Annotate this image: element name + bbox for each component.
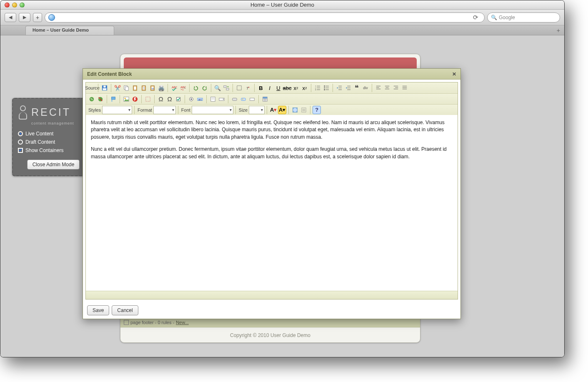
site-globe-icon — [48, 14, 55, 21]
form-icon[interactable] — [144, 95, 152, 103]
justifycenter-icon[interactable] — [383, 84, 391, 92]
page-copyright: Copyright © 2010 User Guide Demo — [120, 328, 420, 342]
dialog-footer: Save Cancel — [83, 302, 460, 319]
container-checkbox-icon[interactable] — [124, 320, 129, 325]
cut-icon[interactable]: ✂️ — [113, 84, 122, 92]
italic-icon[interactable]: I — [265, 84, 274, 92]
creatediv-icon[interactable]: div — [361, 84, 370, 92]
maximize-icon[interactable] — [291, 106, 299, 114]
svg-point-29 — [324, 87, 325, 89]
show-containers-option[interactable]: Show Containers — [15, 146, 91, 155]
svg-rect-19 — [237, 86, 242, 90]
svg-point-52 — [90, 97, 94, 101]
close-admin-mode-button[interactable]: Close Admin Mode — [27, 160, 80, 170]
table-icon[interactable] — [261, 95, 269, 103]
svg-rect-71 — [241, 98, 246, 100]
search-field[interactable]: 🔍 Google — [487, 12, 560, 22]
removeformat-icon[interactable]: T× — [244, 84, 252, 92]
textfield-icon[interactable]: ab| — [196, 95, 204, 103]
scayt-icon[interactable]: ABC — [179, 84, 187, 92]
browser-tabstrip: Home – User Guide Demo + — [0, 25, 564, 35]
save-button[interactable]: Save — [87, 305, 109, 315]
undo-icon[interactable] — [192, 84, 200, 92]
radio-off-icon — [18, 140, 23, 145]
paste-text-icon[interactable]: T — [140, 84, 148, 92]
spellcheck-icon[interactable]: ABC — [170, 84, 178, 92]
replace-icon[interactable] — [222, 84, 230, 92]
ck-toolbar-row-1: Source ✂️ T W 🖨️ ABC ABC — [86, 82, 458, 93]
brand-logo: RECIT — [15, 103, 91, 121]
textcolor-icon[interactable]: A▾ — [269, 106, 278, 114]
svg-rect-8 — [134, 87, 136, 90]
redo-icon[interactable] — [200, 84, 209, 92]
save-icon[interactable] — [100, 84, 109, 92]
subscript-icon[interactable]: x2 — [292, 84, 300, 92]
indent-icon[interactable] — [344, 84, 352, 92]
dialog-titlebar: Edit Content Block ✕ — [83, 69, 460, 80]
svg-text:ABC: ABC — [172, 86, 177, 89]
bulletedlist-icon[interactable] — [322, 84, 330, 92]
paste-word-icon[interactable]: W — [148, 84, 157, 92]
link-icon[interactable] — [88, 95, 96, 103]
editor-content[interactable]: Mauris rutrum nibh ut velit porttitor el… — [86, 115, 458, 291]
justifyleft-icon[interactable] — [374, 84, 383, 92]
underline-icon[interactable]: U — [274, 84, 283, 92]
format-select[interactable]: ▾ — [153, 106, 176, 114]
new-tab-button[interactable]: + — [557, 27, 560, 34]
font-select[interactable]: ▾ — [192, 106, 233, 114]
bold-icon[interactable]: B — [257, 84, 265, 92]
paste-icon[interactable] — [131, 84, 139, 92]
size-label: Size — [238, 107, 248, 112]
checkbox-icon[interactable] — [174, 95, 183, 103]
find-icon[interactable]: 🔍 — [213, 84, 222, 92]
forward-button[interactable]: ▶ — [19, 13, 30, 22]
imagebutton-icon[interactable] — [239, 95, 248, 103]
superscript-icon[interactable]: x2 — [300, 84, 309, 92]
svg-rect-4 — [103, 86, 105, 87]
styles-label: Styles — [88, 107, 102, 112]
print-icon[interactable]: 🖨️ — [157, 84, 165, 92]
svg-rect-18 — [226, 88, 229, 90]
svg-text:×: × — [248, 86, 250, 89]
back-button[interactable]: ◀ — [5, 13, 16, 22]
draft-content-option[interactable]: Draft Content — [15, 138, 91, 146]
svg-rect-61 — [177, 97, 180, 101]
browser-toolbar: ◀ ▶ + ⟳ 🔍 Google — [0, 10, 564, 25]
strike-icon[interactable]: abc — [283, 84, 291, 92]
live-content-option[interactable]: Live Content — [15, 130, 91, 138]
select-icon[interactable] — [218, 95, 226, 103]
button-icon[interactable] — [230, 95, 239, 103]
specialchar-icon[interactable]: Ω — [157, 95, 165, 103]
justifyblock-icon[interactable] — [400, 84, 409, 92]
add-bookmark-button[interactable]: + — [33, 13, 42, 22]
justifyright-icon[interactable] — [392, 84, 400, 92]
hiddenfield-icon[interactable]: ··· — [248, 95, 256, 103]
radiobutton-icon[interactable] — [187, 95, 195, 103]
copy-icon[interactable] — [122, 84, 130, 92]
flash-icon[interactable] — [131, 95, 139, 103]
svg-point-63 — [190, 98, 192, 100]
cancel-button[interactable]: Cancel — [112, 305, 138, 315]
blockquote-icon[interactable]: ❝ — [353, 84, 361, 92]
reload-icon[interactable]: ⟳ — [470, 14, 481, 21]
browser-tab[interactable]: Home – User Guide Demo — [25, 26, 114, 35]
styles-select[interactable]: ▾ — [102, 106, 132, 114]
dialog-close-icon[interactable]: ✕ — [452, 71, 456, 77]
size-select[interactable]: ▾ — [249, 106, 265, 114]
url-bar[interactable]: ⟳ — [45, 12, 485, 22]
bgcolor-icon[interactable]: A▾ — [278, 106, 286, 114]
outdent-icon[interactable] — [335, 84, 343, 92]
about-icon[interactable]: ? — [313, 106, 321, 114]
source-button[interactable]: Source — [88, 84, 96, 92]
showblocks-icon[interactable] — [300, 106, 308, 114]
unlink-icon[interactable] — [96, 95, 105, 103]
image-icon[interactable] — [122, 95, 130, 103]
specialchar2-icon[interactable]: Ω — [165, 95, 174, 103]
anchor-icon[interactable] — [109, 95, 118, 103]
container-new-link[interactable]: New... — [176, 320, 189, 325]
textarea-icon[interactable] — [209, 95, 217, 103]
numberedlist-icon[interactable]: 123 — [313, 84, 322, 92]
selectall-icon[interactable] — [235, 84, 243, 92]
svg-rect-82 — [302, 107, 306, 112]
svg-rect-6 — [125, 87, 128, 90]
